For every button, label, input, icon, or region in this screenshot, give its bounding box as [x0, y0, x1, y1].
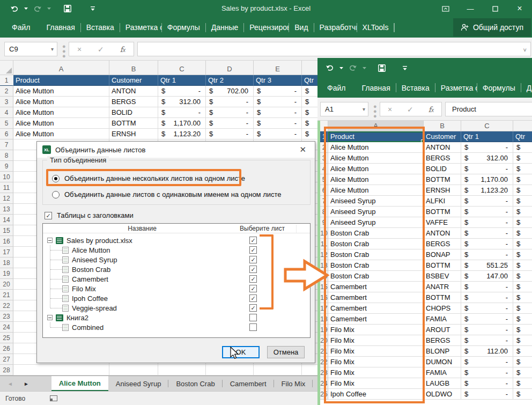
- row-header-8[interactable]: 8: [320, 207, 328, 217]
- cell-A6[interactable]: Alice Mutton: [328, 185, 424, 196]
- cell-D12[interactable]: $: [513, 249, 532, 260]
- cell-B4[interactable]: BOLID: [109, 107, 158, 118]
- cell-B5[interactable]: BOTTM: [109, 118, 158, 129]
- cell-C18[interactable]: $-: [461, 314, 513, 325]
- row-header-23[interactable]: 23: [320, 367, 328, 378]
- undo-dropdown-icon[interactable]: [21, 0, 31, 17]
- cell-A12[interactable]: Boston Crab: [328, 249, 424, 260]
- cell-D6[interactable]: $: [513, 185, 532, 196]
- row-header-8[interactable]: 8: [0, 150, 13, 161]
- cell-E6[interactable]: $-: [254, 129, 302, 139]
- cell-D2[interactable]: $: [513, 142, 532, 153]
- cell-D22[interactable]: $: [513, 357, 532, 367]
- row-header-9[interactable]: 9: [0, 161, 13, 172]
- row-header-25[interactable]: 25: [320, 389, 328, 400]
- cell-A18[interactable]: Camembert: [328, 314, 424, 325]
- cell-C11[interactable]: $-: [461, 239, 513, 249]
- cell-header-qtr-1[interactable]: Qtr 1: [158, 75, 206, 86]
- ribbon-tab-рецензирование[interactable]: Рецензирование: [244, 23, 289, 32]
- cell-empty[interactable]: [254, 365, 302, 375]
- cell-A15[interactable]: Camembert: [328, 282, 424, 292]
- cell-D2[interactable]: $702.00: [206, 86, 254, 97]
- row-header-10[interactable]: 10: [0, 172, 13, 182]
- checkbox-checked-icon[interactable]: ✓: [45, 212, 52, 219]
- formula-input[interactable]: Product: [445, 102, 532, 116]
- cell-C3[interactable]: $312.00: [461, 153, 513, 164]
- ribbon-tab-формулы[interactable]: Формулы: [162, 23, 205, 32]
- cell-A4[interactable]: Alice Mutton: [13, 107, 109, 118]
- save-icon[interactable]: [61, 0, 74, 17]
- cell-D17[interactable]: $: [513, 303, 532, 314]
- cell-B3[interactable]: BERGS: [109, 97, 158, 107]
- cell-D20[interactable]: $: [513, 335, 532, 346]
- redo-dropdown-icon[interactable]: [45, 0, 54, 17]
- cell-A23[interactable]: Filo Mix: [328, 367, 424, 378]
- cell-header-qtr-3[interactable]: Qtr 3: [254, 75, 302, 86]
- cancel-entry-icon[interactable]: ×: [77, 45, 82, 54]
- cell-B15[interactable]: ANATR: [424, 282, 461, 292]
- row-header-9[interactable]: 9: [320, 217, 328, 228]
- cell-C6[interactable]: $1,123.20: [158, 129, 206, 139]
- tree-item-sales-by-product-xlsx[interactable]: Sales by product.xlsx✓: [43, 235, 310, 245]
- cell-D4[interactable]: $-: [206, 107, 254, 118]
- insert-function-icon[interactable]: fx: [428, 105, 434, 114]
- cell-B2[interactable]: ANTON: [109, 86, 158, 97]
- redo-icon[interactable]: [346, 60, 360, 77]
- cell-D15[interactable]: $: [513, 282, 532, 292]
- next-sheet-icon[interactable]: ►: [24, 381, 29, 387]
- sheet-checkbox-filo-mix[interactable]: ✓: [249, 285, 257, 292]
- cell-C17[interactable]: $-: [461, 303, 513, 314]
- cell-A24[interactable]: Filo Mix: [328, 378, 424, 389]
- cell-B2[interactable]: ANTON: [424, 142, 461, 153]
- redo-dropdown-icon[interactable]: [360, 60, 369, 77]
- cell-empty[interactable]: [206, 365, 254, 375]
- row-header-7[interactable]: 7: [0, 139, 13, 150]
- ribbon-tab-данные[interactable]: Данные: [206, 23, 244, 32]
- cell-A19[interactable]: Filo Mix: [328, 325, 424, 335]
- row-header-25[interactable]: 25: [0, 333, 13, 343]
- cell-C9[interactable]: $-: [461, 217, 513, 228]
- cell-D25[interactable]: $: [513, 389, 532, 400]
- cancel-button[interactable]: Отмена: [267, 346, 305, 358]
- cell-A8[interactable]: Aniseed Syrup: [328, 207, 424, 217]
- cell-B10[interactable]: ANTON: [424, 228, 461, 239]
- cell-header-qtr-2[interactable]: Qtr 2: [206, 75, 254, 86]
- col-header-C[interactable]: C: [461, 121, 513, 131]
- radio-selected-icon[interactable]: [52, 175, 60, 182]
- cell-E4[interactable]: $-: [254, 107, 302, 118]
- row-header-1[interactable]: 1: [320, 131, 328, 142]
- cell-D6[interactable]: $-: [206, 129, 254, 139]
- cell-B13[interactable]: BOTTM: [424, 260, 461, 271]
- row-header-4[interactable]: 4: [0, 107, 13, 118]
- maximize-icon[interactable]: [483, 0, 507, 17]
- row-header-13[interactable]: 13: [0, 204, 13, 215]
- share-button[interactable]: Общий доступ: [453, 18, 531, 36]
- row-header-16[interactable]: 16: [320, 292, 328, 303]
- formula-bar-splitter[interactable]: ●●●: [373, 104, 377, 119]
- sheet-tab-camembert[interactable]: Camembert: [223, 376, 274, 391]
- tree-collapse-icon[interactable]: [47, 238, 53, 243]
- cell-header-qtr-1[interactable]: Qtr 1: [461, 131, 513, 142]
- undo-icon[interactable]: [323, 60, 337, 77]
- dialog-close-icon[interactable]: ✕: [296, 145, 309, 154]
- cell-empty[interactable]: [158, 365, 206, 375]
- row-header-5[interactable]: 5: [320, 174, 328, 185]
- cell-D23[interactable]: $: [513, 367, 532, 378]
- cell-B17[interactable]: CHOPS: [424, 303, 461, 314]
- cell-C2[interactable]: $-: [158, 86, 206, 97]
- row-header-24[interactable]: 24: [0, 322, 13, 333]
- cell-A5[interactable]: Alice Mutton: [13, 118, 109, 129]
- cell-C7[interactable]: $-: [461, 196, 513, 207]
- prev-sheet-icon[interactable]: ◄: [8, 381, 13, 387]
- cell-A16[interactable]: Camembert: [328, 292, 424, 303]
- cell-D24[interactable]: $: [513, 378, 532, 389]
- col-header-A[interactable]: A: [328, 121, 424, 131]
- save-icon[interactable]: [375, 60, 388, 77]
- cell-E5[interactable]: $-: [254, 118, 302, 129]
- cell-header-product[interactable]: Product: [328, 131, 424, 142]
- row-header-28[interactable]: 28: [0, 365, 13, 375]
- cell-A2[interactable]: Alice Mutton: [13, 86, 109, 97]
- cell-C24[interactable]: $-: [461, 378, 513, 389]
- cell-B23[interactable]: FAMIA: [424, 367, 461, 378]
- cell-B5[interactable]: BOTTM: [424, 174, 461, 185]
